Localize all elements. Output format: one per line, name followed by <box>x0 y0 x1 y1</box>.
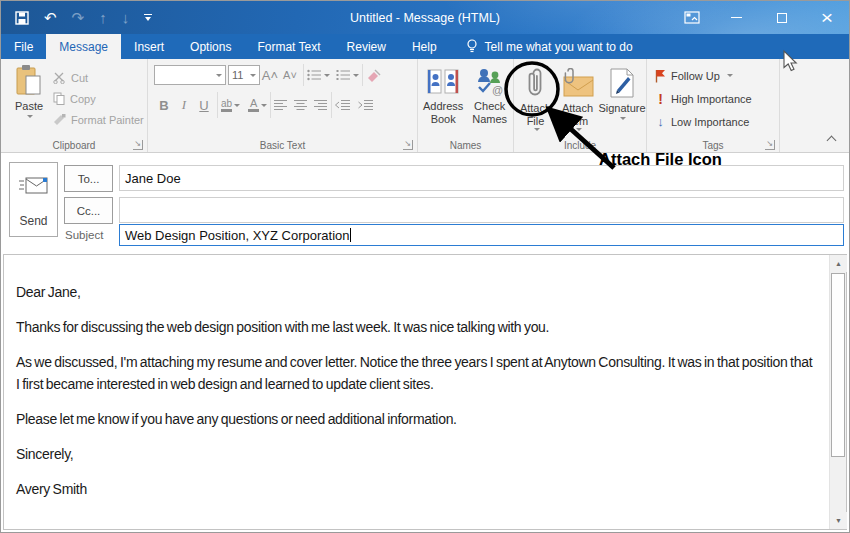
send-button[interactable]: Send <box>9 162 58 237</box>
attach-item-caret <box>576 128 582 131</box>
annotation-label: Attach File Icon <box>599 150 722 169</box>
scroll-thumb[interactable] <box>831 273 845 457</box>
bullets-icon[interactable] <box>307 69 330 81</box>
decrease-indent-icon[interactable] <box>335 99 351 111</box>
address-book-label: Address Book <box>420 100 466 126</box>
collapse-ribbon-icon[interactable] <box>827 136 837 146</box>
basic-text-group-label: Basic Text <box>148 140 417 151</box>
tab-options[interactable]: Options <box>177 34 244 59</box>
vertical-scrollbar[interactable]: ▲ ▼ <box>829 255 846 529</box>
tab-message[interactable]: Message <box>46 34 121 59</box>
high-importance-label: High Importance <box>671 93 752 105</box>
tab-format-text[interactable]: Format Text <box>244 34 333 59</box>
tab-help[interactable]: Help <box>399 34 450 59</box>
minimize-icon[interactable] <box>714 1 759 34</box>
attach-file-button[interactable]: Attach File <box>516 64 555 136</box>
cc-button[interactable]: Cc... <box>64 197 113 224</box>
save-icon[interactable] <box>15 11 29 25</box>
customize-qat-icon[interactable] <box>144 14 152 22</box>
underline-icon[interactable]: U <box>194 98 214 113</box>
message-body[interactable]: Dear Jane, Thanks for discussing the web… <box>3 254 847 530</box>
ribbon: Paste Cut Copy <box>1 59 849 153</box>
tab-insert[interactable]: Insert <box>121 34 177 59</box>
move-down-icon: ↓ <box>122 10 130 25</box>
grow-font-icon[interactable]: A˄ <box>260 68 280 83</box>
tell-me-label: Tell me what you want to do <box>485 40 633 54</box>
names-group-label: Names <box>418 140 513 151</box>
scroll-down-button[interactable]: ▼ <box>830 512 847 529</box>
clipboard-group-label: Clipboard <box>1 140 147 151</box>
to-value: Jane Doe <box>125 171 181 186</box>
check-names-icon: @ <box>475 64 505 100</box>
format-painter-button[interactable]: Format Painter <box>53 109 144 130</box>
font-color-icon[interactable]: A <box>248 98 259 112</box>
basic-text-dialog-launcher[interactable]: ↘ <box>403 140 413 150</box>
attach-file-caret <box>534 128 540 131</box>
cut-button[interactable]: Cut <box>53 67 144 88</box>
maximize-icon[interactable] <box>759 1 804 34</box>
cc-field[interactable] <box>119 197 844 223</box>
body-paragraph: Dear Jane, <box>16 281 814 303</box>
font-name-select[interactable] <box>154 65 226 85</box>
move-up-icon: ↑ <box>99 10 107 25</box>
lightbulb-icon <box>466 39 478 54</box>
increase-indent-icon[interactable] <box>358 99 374 111</box>
attach-file-label: Attach File <box>516 102 555 128</box>
copy-label: Copy <box>70 93 96 105</box>
numbering-icon[interactable] <box>336 69 359 81</box>
align-center-icon[interactable] <box>294 99 308 111</box>
to-button[interactable]: To... <box>64 165 113 192</box>
align-left-icon[interactable] <box>274 99 288 111</box>
outlook-message-window: ↶ ↷ ↑ ↓ Untitled - Message (HTML) × File… <box>0 0 850 533</box>
body-paragraph: Thanks for discussing the web design pos… <box>16 316 814 338</box>
quick-access-toolbar: ↶ ↷ ↑ ↓ <box>15 1 152 34</box>
text-cursor <box>350 228 351 242</box>
high-importance-button[interactable]: ! High Importance <box>655 87 777 110</box>
paste-button[interactable]: Paste <box>9 64 49 136</box>
signature-button[interactable]: Signature <box>600 64 644 136</box>
copy-button[interactable]: Copy <box>53 88 144 109</box>
body-paragraph: Sincerely, <box>16 443 814 465</box>
clipboard-dialog-launcher[interactable]: ↘ <box>133 140 143 150</box>
scroll-up-button[interactable]: ▲ <box>830 255 847 272</box>
font-size-value: 11 <box>232 69 243 81</box>
italic-icon[interactable]: I <box>174 97 194 113</box>
paste-label: Paste <box>15 100 43 113</box>
low-importance-button[interactable]: ↓ Low Importance <box>655 110 777 133</box>
format-painter-label: Format Painter <box>71 114 144 126</box>
font-size-select[interactable]: 11 <box>228 65 260 85</box>
address-book-button[interactable]: Address Book <box>420 64 466 136</box>
attach-item-button[interactable]: Attach Item <box>558 64 597 136</box>
signature-caret <box>620 117 626 120</box>
window-controls: × <box>669 1 849 34</box>
tags-group: Follow Up ! High Importance ↓ Low Import… <box>647 59 780 152</box>
ribbon-display-options-icon[interactable] <box>669 1 714 34</box>
align-right-icon[interactable] <box>314 99 328 111</box>
redo-icon: ↷ <box>72 10 85 25</box>
tab-file[interactable]: File <box>1 34 46 59</box>
highlight-color-icon[interactable]: ab <box>221 99 232 112</box>
bold-icon[interactable]: B <box>154 98 174 113</box>
svg-text:@: @ <box>492 84 503 96</box>
subject-value: Web Design Position, XYZ Corporation <box>125 228 349 243</box>
tell-me-box[interactable]: Tell me what you want to do <box>466 34 633 59</box>
names-group: Address Book @ Check Names Names <box>418 59 514 152</box>
to-field[interactable]: Jane Doe <box>119 165 844 191</box>
shrink-font-icon[interactable]: A˅ <box>280 69 300 81</box>
tags-dialog-launcher[interactable]: ↘ <box>765 140 775 150</box>
message-body-text: Dear Jane, Thanks for discussing the web… <box>16 281 814 513</box>
attach-item-icon <box>561 64 595 102</box>
follow-up-button[interactable]: Follow Up <box>655 64 777 87</box>
undo-icon[interactable]: ↶ <box>44 10 57 25</box>
check-names-button[interactable]: @ Check Names <box>468 64 511 136</box>
paste-dropdown-caret <box>27 115 33 118</box>
send-label: Send <box>19 214 47 228</box>
low-importance-label: Low Importance <box>671 116 749 128</box>
subject-field[interactable]: Web Design Position, XYZ Corporation <box>119 224 844 246</box>
signature-label: Signature <box>598 102 645 115</box>
clear-formatting-icon[interactable] <box>366 69 381 82</box>
tab-review[interactable]: Review <box>334 34 399 59</box>
body-paragraph: Avery Smith <box>16 478 814 500</box>
send-icon <box>18 175 50 197</box>
close-icon[interactable]: × <box>804 1 849 34</box>
